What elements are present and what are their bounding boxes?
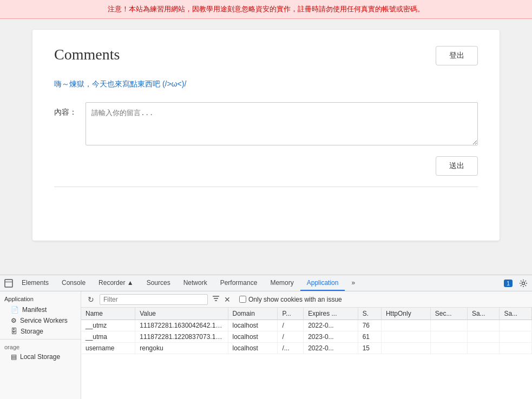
sidebar-item-service-workers-label: Service Workers [20,317,68,324]
filter-clear-button[interactable]: ✕ [223,294,232,305]
devtools-tab-bar: Elements Console Recorder ▲ Sources Netw… [0,275,532,291]
table-cell [467,331,500,343]
col-httponly: HttpOnly [381,308,430,320]
table-cell: 2023-0... [304,331,358,343]
tab-elements[interactable]: Elements [15,275,55,291]
table-cell [381,320,430,331]
col-expires: Expires ... [304,308,358,320]
sidebar-scroll: Application 📄 Manifest ⚙ Service Workers… [0,294,81,399]
table-cell: __utma [81,331,135,343]
svg-rect-1 [5,282,12,282]
col-sa2: Sa... [500,308,532,320]
table-cell [500,331,532,343]
greeting-link[interactable]: 嗨～煉獄，今天也來寫點東西吧 (/>ω<)/ [54,79,478,89]
table-cell: 111872281.1630042642.1.1.ut... [135,320,228,331]
filter-bar: ↻ ✕ Only show cookies with an issue [81,291,532,308]
table-cell [500,343,532,354]
filter-refresh-button[interactable]: ↻ [86,294,96,305]
sidebar-item-manifest[interactable]: 📄 Manifest [0,304,81,315]
filter-icons: ✕ [211,294,232,305]
sidebar-item-service-workers[interactable]: ⚙ Service Workers [0,315,81,326]
tab-application[interactable]: Application [300,275,345,291]
devtools-dock-icon[interactable] [2,277,15,290]
filter-checkbox-area: Only show cookies with an issue [239,296,342,303]
table-cell: rengoku [135,343,228,354]
col-value: Value [135,308,228,320]
table-row[interactable]: usernamerengokulocalhost/...2022-0...15 [81,343,532,354]
notification-badge: 1 [504,280,513,287]
table-cell: username [81,343,135,354]
warning-banner: 注意！本站為練習用網站，因教學用途刻意忽略資安的實作，註冊時請勿使用任何真實的帳… [0,0,532,19]
table-cell [430,331,467,343]
svg-rect-0 [5,280,12,287]
table-header-row: Name Value Domain P... Expires ... S. Ht… [81,308,532,320]
tab-memory[interactable]: Memory [264,275,300,291]
col-size: S. [358,308,381,320]
devtools-main-content: ↻ ✕ Only show cookies with an issue [81,291,532,399]
service-workers-icon: ⚙ [11,317,17,324]
table-cell: /... [278,343,304,354]
table-row[interactable]: __utma111872281.1220837073.1630...localh… [81,331,532,343]
table-cell [381,343,430,354]
logout-button[interactable]: 登出 [436,46,478,65]
table-cell: __utmz [81,320,135,331]
show-issues-label: Only show cookies with an issue [248,296,342,303]
table-cell: 2022-0... [304,343,358,354]
cookies-table: Name Value Domain P... Expires ... S. Ht… [81,308,532,354]
tab-sources[interactable]: Sources [140,275,177,291]
devtools-panel: Elements Console Recorder ▲ Sources Netw… [0,275,532,399]
sidebar-item-storage-label: Storage [21,328,43,335]
submit-button[interactable]: 送出 [436,156,478,176]
filter-input[interactable] [100,294,208,305]
table-cell [467,320,500,331]
manifest-icon: 📄 [11,306,19,314]
table-row[interactable]: __utmz111872281.1630042642.1.1.ut...loca… [81,320,532,331]
sidebar-storage-section: orage [0,339,81,351]
table-cell: localhost [228,320,278,331]
sidebar-item-local-storage[interactable]: ▤ Local Storage [0,351,81,362]
notification-button[interactable]: 1 [502,277,515,290]
table-cell [500,320,532,331]
filter-options-button[interactable] [211,294,221,305]
sidebar-item-manifest-label: Manifest [22,306,47,314]
warning-text: 注意！本站為練習用網站，因教學用途刻意忽略資安的實作，註冊時請勿使用任何真實的帳… [108,5,424,13]
table-cell: localhost [228,343,278,354]
content-label: 內容： [54,102,77,117]
col-name: Name [81,308,135,320]
settings-button[interactable] [517,277,530,290]
table-cell [381,331,430,343]
sidebar-item-local-storage-label: Local Storage [20,353,60,361]
table-cell: 61 [358,331,381,343]
divider [54,187,478,187]
col-path: P... [278,308,304,320]
comment-textarea[interactable] [86,102,478,145]
sidebar-item-storage[interactable]: 🗄 Storage [0,326,81,337]
col-sec: Sec... [430,308,467,320]
sidebar-section-application[interactable]: Application [0,294,81,304]
tab-network[interactable]: Network [177,275,214,291]
table-cell: / [278,331,304,343]
storage-icon: 🗄 [11,328,17,335]
table-cell: localhost [228,331,278,343]
page-title: Comments [54,46,478,63]
tab-recorder[interactable]: Recorder ▲ [92,275,140,291]
tab-more[interactable]: » [345,275,362,291]
col-sa1: Sa... [467,308,500,320]
table-cell [430,343,467,354]
tab-console[interactable]: Console [55,275,92,291]
svg-point-2 [522,282,525,284]
devtools-sidebar: Application 📄 Manifest ⚙ Service Workers… [0,291,81,399]
cookies-table-scroll: Name Value Domain P... Expires ... S. Ht… [81,308,532,399]
page-content: Comments 登出 嗨～煉獄，今天也來寫點東西吧 (/>ω<)/ 內容： 送… [32,30,500,241]
table-cell [430,320,467,331]
tab-performance[interactable]: Performance [214,275,264,291]
table-cell: 15 [358,343,381,354]
col-domain: Domain [228,308,278,320]
comment-form-row: 內容： [54,102,478,145]
table-cell: 2022-0... [304,320,358,331]
table-cell: / [278,320,304,331]
local-storage-icon: ▤ [11,353,17,361]
table-cell: 111872281.1220837073.1630... [135,331,228,343]
table-cell [467,343,500,354]
show-issues-checkbox[interactable] [239,296,246,303]
